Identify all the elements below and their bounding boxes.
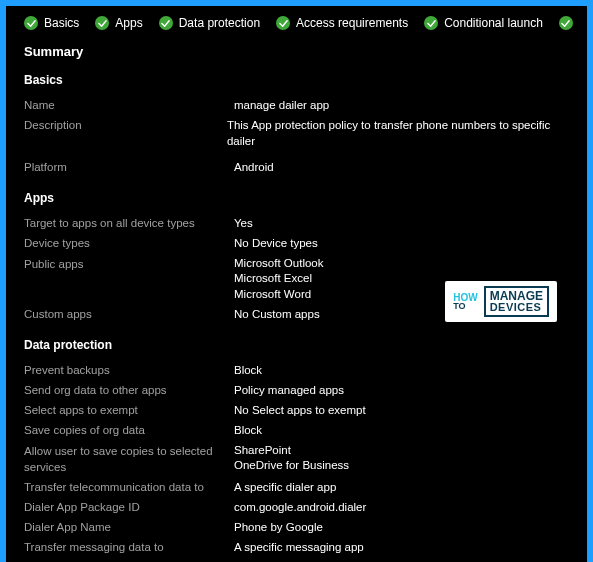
summary-heading: Summary bbox=[24, 44, 569, 59]
value-telecom: A specific dialer app bbox=[234, 479, 336, 495]
tab-label: Apps bbox=[115, 16, 142, 30]
label-prevent-backups: Prevent backups bbox=[24, 362, 234, 378]
row-send-org: Send org data to other apps Policy manag… bbox=[24, 380, 569, 400]
policy-review-panel: Basics Apps Data protection Access requi… bbox=[6, 6, 587, 562]
value-send-org: Policy managed apps bbox=[234, 382, 344, 398]
row-target: Target to apps on all device types Yes bbox=[24, 213, 569, 233]
row-messaging: Transfer messaging data to A specific me… bbox=[24, 537, 569, 557]
tab-data-protection[interactable]: Data protection bbox=[159, 16, 260, 30]
tab-next-partial[interactable] bbox=[559, 16, 573, 30]
row-platform: Platform Android bbox=[24, 157, 569, 177]
label-description: Description bbox=[24, 117, 227, 133]
tab-label: Conditional launch bbox=[444, 16, 543, 30]
value-dialer-pkg: com.google.android.dialer bbox=[234, 499, 366, 515]
label-device-types: Device types bbox=[24, 235, 234, 251]
value-custom-apps: No Custom apps bbox=[234, 306, 320, 322]
value-target: Yes bbox=[234, 215, 253, 231]
list-item: Microsoft Excel bbox=[234, 271, 323, 287]
label-platform: Platform bbox=[24, 159, 234, 175]
row-dialer-name: Dialer App Name Phone by Google bbox=[24, 517, 569, 537]
label-allow-save: Allow user to save copies to selected se… bbox=[24, 443, 234, 475]
check-icon bbox=[276, 16, 290, 30]
tab-label: Access requirements bbox=[296, 16, 408, 30]
logo-how: HOW TO bbox=[453, 293, 477, 310]
logo-text: DEVICES bbox=[490, 302, 543, 313]
section-apps-title: Apps bbox=[24, 191, 569, 205]
check-icon bbox=[24, 16, 38, 30]
label-custom-apps: Custom apps bbox=[24, 306, 234, 322]
label-public-apps: Public apps bbox=[24, 256, 234, 272]
value-messaging: A specific messaging app bbox=[234, 539, 364, 555]
tab-access-requirements[interactable]: Access requirements bbox=[276, 16, 408, 30]
value-allow-save: SharePoint OneDrive for Business bbox=[234, 443, 349, 474]
row-name: Name manage dailer app bbox=[24, 95, 569, 115]
value-device-types: No Device types bbox=[234, 235, 318, 251]
row-allow-save: Allow user to save copies to selected se… bbox=[24, 441, 569, 477]
value-dialer-name: Phone by Google bbox=[234, 519, 323, 535]
row-save-copies: Save copies of org data Block bbox=[24, 420, 569, 440]
list-item: SharePoint bbox=[234, 443, 349, 459]
list-item: Microsoft Word bbox=[234, 287, 323, 303]
value-public-apps: Microsoft Outlook Microsoft Excel Micros… bbox=[234, 256, 323, 303]
value-platform: Android bbox=[234, 159, 274, 175]
list-item: Microsoft Outlook bbox=[234, 256, 323, 272]
tab-label: Data protection bbox=[179, 16, 260, 30]
watermark-logo: HOW TO MANAGE DEVICES bbox=[445, 281, 557, 322]
logo-manage-devices: MANAGE DEVICES bbox=[484, 286, 549, 317]
check-icon bbox=[95, 16, 109, 30]
tab-basics[interactable]: Basics bbox=[24, 16, 79, 30]
row-description: Description This App protection policy t… bbox=[24, 115, 569, 151]
value-save-copies: Block bbox=[234, 422, 262, 438]
check-icon bbox=[159, 16, 173, 30]
value-name: manage dailer app bbox=[234, 97, 329, 113]
logo-text: TO bbox=[453, 302, 477, 310]
label-messaging: Transfer messaging data to bbox=[24, 539, 234, 555]
row-select-exempt: Select apps to exempt No Select apps to … bbox=[24, 400, 569, 420]
value-prevent-backups: Block bbox=[234, 362, 262, 378]
check-icon bbox=[559, 16, 573, 30]
value-select-exempt: No Select apps to exempt bbox=[234, 402, 366, 418]
check-icon bbox=[424, 16, 438, 30]
row-telecom: Transfer telecommunication data to A spe… bbox=[24, 477, 569, 497]
section-data-protection-title: Data protection bbox=[24, 338, 569, 352]
row-device-types: Device types No Device types bbox=[24, 233, 569, 253]
outer-frame: Basics Apps Data protection Access requi… bbox=[0, 0, 593, 562]
label-dialer-pkg: Dialer App Package ID bbox=[24, 499, 234, 515]
label-select-exempt: Select apps to exempt bbox=[24, 402, 234, 418]
list-item: OneDrive for Business bbox=[234, 458, 349, 474]
label-telecom: Transfer telecommunication data to bbox=[24, 479, 234, 495]
tab-conditional-launch[interactable]: Conditional launch bbox=[424, 16, 543, 30]
row-prevent-backups: Prevent backups Block bbox=[24, 360, 569, 380]
label-name: Name bbox=[24, 97, 234, 113]
tab-label: Basics bbox=[44, 16, 79, 30]
label-dialer-name: Dialer App Name bbox=[24, 519, 234, 535]
tab-apps[interactable]: Apps bbox=[95, 16, 142, 30]
label-send-org: Send org data to other apps bbox=[24, 382, 234, 398]
wizard-tabs: Basics Apps Data protection Access requi… bbox=[24, 16, 569, 30]
label-save-copies: Save copies of org data bbox=[24, 422, 234, 438]
section-basics-title: Basics bbox=[24, 73, 569, 87]
label-target: Target to apps on all device types bbox=[24, 215, 234, 231]
row-dialer-pkg: Dialer App Package ID com.google.android… bbox=[24, 497, 569, 517]
value-description: This App protection policy to transfer p… bbox=[227, 117, 569, 149]
